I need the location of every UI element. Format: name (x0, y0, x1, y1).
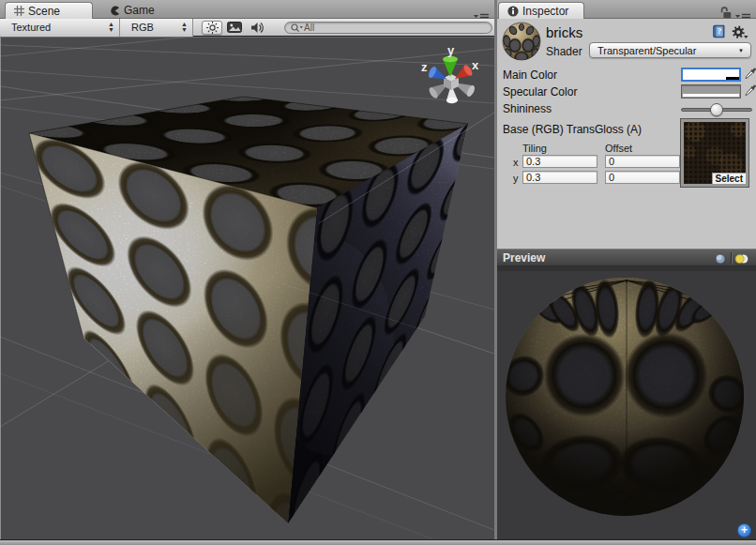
main-color-swatch[interactable] (681, 68, 741, 82)
material-name: bricks (546, 24, 582, 40)
color-mode-value: RGB (131, 22, 154, 33)
scene-tabbar: Scene Game (0, 0, 494, 19)
scene-toolbar: Textured ▲▼ RGB ▲▼ (0, 19, 494, 37)
svg-text:?: ? (718, 26, 722, 36)
gear-icon (732, 25, 748, 39)
material-preview-ball (502, 22, 541, 61)
offset-x-input[interactable] (605, 155, 680, 168)
material-ball-canvas (502, 22, 541, 61)
tiling-column-label: Tiling (522, 143, 547, 154)
chevron-down-icon: ▼ (738, 48, 744, 53)
color-mode-dropdown[interactable]: RGB ▲▼ (120, 19, 193, 37)
specular-color-swatch[interactable] (681, 84, 741, 98)
tab-scene-label: Scene (28, 5, 60, 18)
sun-icon (206, 22, 219, 34)
game-icon (110, 6, 120, 16)
scene-search-field[interactable] (284, 22, 492, 34)
lights-icon (734, 253, 749, 265)
updown-arrows-icon: ▲▼ (181, 22, 188, 33)
main-color-alpha-bar (683, 77, 739, 80)
updown-arrows-icon: ▲▼ (108, 22, 114, 33)
offset-y-input[interactable] (605, 171, 680, 184)
gizmo-z-axis-label[interactable]: z (421, 60, 428, 74)
shininess-slider-thumb[interactable] (710, 103, 723, 116)
preview-add-button[interactable]: + (737, 523, 751, 537)
tab-inspector-label: Inspector (522, 5, 568, 18)
preview-title: Preview (503, 251, 545, 265)
scene-search-input[interactable] (304, 23, 473, 33)
texture-select-button[interactable]: Select (712, 173, 746, 184)
inspector-tabbar: Inspector (497, 0, 756, 19)
tab-scene[interactable]: Scene (5, 2, 93, 19)
scene-skybox-toggle[interactable] (224, 21, 245, 35)
main-color-label: Main Color (503, 68, 557, 82)
info-icon (507, 6, 519, 17)
scene-viewport[interactable]: y x z (0, 38, 494, 539)
preview-model-button[interactable] (710, 251, 731, 265)
gear-icon[interactable] (732, 25, 748, 42)
row-x-label: x (513, 157, 519, 168)
base-texture-thumbnail[interactable]: Select (681, 119, 748, 187)
shader-dropdown-value: Transparent/Specular (597, 45, 696, 56)
offset-column-label: Offset (605, 143, 632, 154)
main-color-eyedropper-icon[interactable] (744, 67, 756, 82)
search-icon (291, 23, 304, 33)
image-icon (227, 22, 242, 33)
gizmo-y-axis-label[interactable]: y (447, 43, 455, 57)
row-y-label: y (513, 173, 519, 184)
draw-mode-value: Textured (11, 22, 51, 33)
material-header: bricks Shader Transparent/Specular ▼ ? (497, 19, 756, 64)
tab-game-label: Game (124, 4, 155, 17)
preview-light-button[interactable] (732, 251, 752, 265)
unity-editor-window: Scene Game Textured ▲▼ RGB ▲▼ (0, 0, 756, 545)
shader-dropdown[interactable]: Transparent/Specular ▼ (589, 42, 751, 58)
gizmo-x-axis-label[interactable]: x (472, 58, 479, 72)
scene-audio-toggle[interactable] (247, 21, 267, 35)
inspector-body: bricks Shader Transparent/Specular ▼ ? M… (497, 19, 756, 249)
specular-color-label: Specular Color (503, 85, 577, 98)
scene-3d-canvas: y x z (0, 38, 494, 539)
scene-lighting-toggle[interactable] (202, 21, 222, 35)
tiling-x-input[interactable] (522, 155, 597, 168)
specular-color-alpha-bar (683, 94, 739, 97)
sphere-icon (715, 253, 726, 265)
shader-label: Shader (546, 45, 582, 58)
tab-inspector[interactable]: Inspector (498, 2, 584, 19)
shininess-label: Shininess (503, 102, 552, 115)
base-texture-label: Base (RGB) TransGloss (A) (503, 123, 642, 136)
preview-header[interactable]: Preview (497, 249, 756, 266)
shininess-slider[interactable] (681, 103, 752, 117)
specular-color-eyedropper-icon[interactable] (744, 83, 756, 98)
speaker-icon (250, 22, 265, 34)
help-book-icon[interactable]: ? (712, 24, 725, 42)
draw-mode-dropdown[interactable]: Textured ▲▼ (0, 19, 120, 37)
tab-game[interactable]: Game (101, 2, 158, 19)
preview-3d-canvas (497, 266, 756, 539)
preview-viewport[interactable]: + (497, 266, 756, 539)
tiling-y-input[interactable] (522, 171, 597, 184)
window-bottom-frame (0, 539, 756, 545)
scene-grid-icon (14, 6, 24, 16)
